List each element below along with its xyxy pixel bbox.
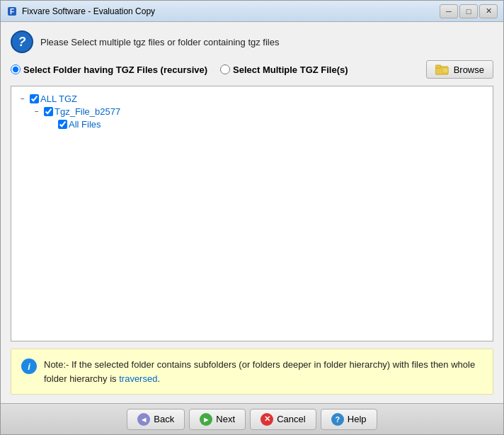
tree-label-tgz-file: Tgz_File_b2577 — [55, 106, 120, 117]
note-text-after: . — [157, 373, 160, 384]
header-row: ? Please Select multiple tgz files or fo… — [11, 30, 493, 53]
help-label: Help — [348, 414, 367, 424]
next-label: Next — [216, 414, 235, 424]
svg-rect-3 — [435, 65, 441, 68]
app-icon: F — [6, 6, 18, 17]
radio-multiple-text: Select Multiple TGZ File(s) — [233, 64, 348, 75]
expander-tgz-file[interactable]: − — [31, 106, 42, 117]
question-icon: ? — [11, 30, 33, 53]
radio-multiple[interactable] — [220, 64, 230, 74]
tree-node-tgz-file[interactable]: − Tgz_File_b2577 — [31, 105, 487, 118]
cancel-icon: ✕ — [260, 413, 273, 426]
content-area: ? Please Select multiple tgz files or fo… — [1, 22, 503, 403]
tree-node-all-tgz[interactable]: − ALL TGZ — [17, 92, 487, 105]
back-label: Back — [154, 414, 174, 424]
note-box: i Note:- If the selected folder contains… — [11, 349, 493, 395]
next-button[interactable]: ► Next — [189, 409, 246, 430]
window-title: Fixvare Software - Evaluation Copy — [22, 6, 440, 16]
expander-all-tgz[interactable]: − — [17, 93, 28, 104]
radio-folder-label[interactable]: Select Folder having TGZ Files (recursiv… — [11, 64, 207, 75]
svg-text:F: F — [10, 8, 14, 16]
note-info-icon: i — [21, 358, 37, 374]
svg-rect-4 — [442, 68, 448, 73]
maximize-button[interactable]: □ — [459, 4, 478, 18]
browse-label: Browse — [454, 64, 484, 75]
radio-folder[interactable] — [11, 64, 21, 74]
main-window: F Fixvare Software - Evaluation Copy ─ □… — [0, 0, 504, 435]
help-button[interactable]: ? Help — [321, 409, 377, 430]
title-bar: F Fixvare Software - Evaluation Copy ─ □… — [1, 1, 503, 22]
close-button[interactable]: ✕ — [479, 4, 498, 18]
checkbox-tgz-file[interactable] — [44, 107, 53, 116]
note-text-highlight: traversed — [119, 373, 157, 384]
help-icon: ? — [331, 413, 344, 426]
options-row: Select Folder having TGZ Files (recursiv… — [11, 60, 493, 79]
browse-folder-icon — [435, 64, 449, 75]
back-icon: ◄ — [137, 413, 150, 426]
header-text: Please Select multiple tgz files or fold… — [40, 37, 279, 47]
radio-multiple-label[interactable]: Select Multiple TGZ File(s) — [220, 64, 348, 75]
note-text-before: Note:- If the selected folder contains s… — [44, 359, 475, 384]
checkbox-all-tgz[interactable] — [30, 94, 39, 103]
back-button[interactable]: ◄ Back — [127, 409, 185, 430]
tree-label-all-tgz: ALL TGZ — [40, 94, 77, 104]
footer: ◄ Back ► Next ✕ Cancel ? Help — [1, 403, 503, 434]
tree-container[interactable]: − ALL TGZ − Tgz_File_b2577 − All Files — [11, 86, 493, 341]
next-icon: ► — [200, 413, 212, 426]
checkbox-all-files[interactable] — [58, 120, 67, 129]
cancel-button[interactable]: ✕ Cancel — [250, 409, 316, 430]
note-text: Note:- If the selected folder contains s… — [44, 358, 483, 385]
cancel-label: Cancel — [277, 414, 305, 424]
radio-folder-text: Select Folder having TGZ Files (recursiv… — [23, 64, 207, 75]
tree-label-all-files: All Files — [69, 119, 101, 130]
tree-node-all-files[interactable]: − All Files — [45, 118, 487, 130]
browse-button[interactable]: Browse — [426, 60, 493, 79]
title-bar-controls: ─ □ ✕ — [440, 4, 498, 18]
minimize-button[interactable]: ─ — [440, 4, 458, 18]
